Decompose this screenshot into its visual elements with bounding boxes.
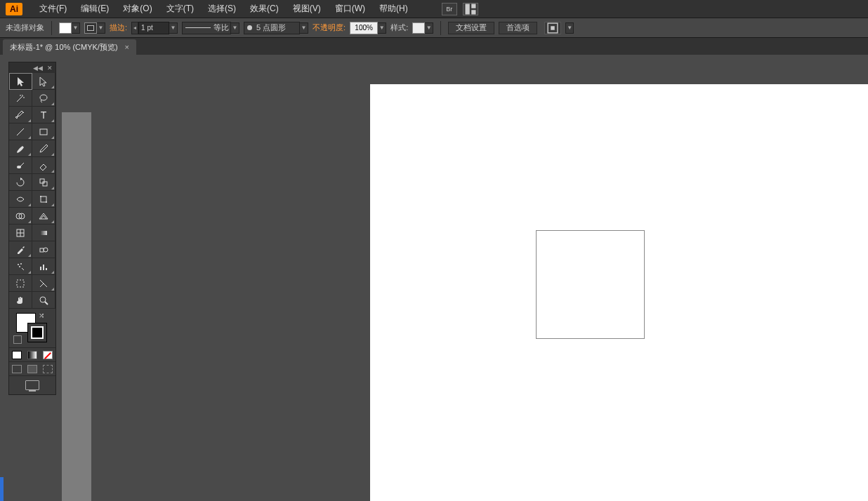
control-bar: 未选择对象 ▼ ▼ 描边: ◂ ▼ 等比 ▼ 5 点圆形 ▼ 不透明度: ▼ 样… [0,18,868,38]
chevron-down-icon: ▼ [231,22,239,34]
svg-text:T: T [41,109,47,121]
eraser-tool[interactable] [32,157,55,174]
width-tool[interactable] [9,191,32,208]
svg-rect-26 [40,267,41,270]
document-setup-button[interactable]: 文档设置 [448,22,494,34]
canvas[interactable] [93,58,868,501]
magic-wand-tool[interactable] [9,90,32,107]
collapse-icon[interactable]: ◀◀ [33,65,43,72]
stroke-weight-input[interactable]: ◂ ▼ [131,22,178,34]
rotate-tool[interactable] [9,174,32,191]
pen-tool[interactable] [9,107,32,123]
mesh-tool[interactable] [9,225,32,241]
svg-rect-8 [40,129,47,135]
screen-mode-button[interactable] [9,376,55,394]
svg-point-23 [18,264,19,265]
menu-object[interactable]: 对象(O) [116,0,159,18]
svg-point-25 [19,266,20,267]
eyedropper-tool[interactable] [9,241,32,258]
shape-builder-tool[interactable] [9,208,32,225]
swap-fill-stroke-icon[interactable]: ⤭ [39,312,44,319]
column-graph-tool[interactable] [32,258,55,275]
stroke-color-box[interactable] [27,323,47,342]
close-icon[interactable]: ✕ [47,65,53,72]
menu-type[interactable]: 文字(T) [159,0,201,18]
menu-view[interactable]: 视图(V) [286,0,328,18]
graphic-style-picker[interactable]: ▼ [412,22,433,34]
menu-effect[interactable]: 效果(C) [243,0,286,18]
menu-select[interactable]: 选择(S) [201,0,243,18]
menu-help[interactable]: 帮助(H) [372,0,415,18]
hand-tool[interactable] [9,292,32,309]
blend-tool[interactable] [32,241,55,258]
free-transform-tool[interactable] [32,191,55,208]
opacity-input[interactable]: ▼ [350,22,386,34]
document-tab[interactable]: 未标题-1* @ 10% (CMYK/预览) × [3,39,136,55]
color-solid-button[interactable] [9,348,25,361]
artboard-tool[interactable] [9,275,32,292]
svg-rect-4 [551,26,555,30]
bridge-icon[interactable]: Br [442,3,457,15]
selection-tool[interactable] [9,73,32,90]
direct-selection-tool[interactable] [32,73,55,90]
opacity-field[interactable] [350,22,378,34]
stroke-swatch-icon [84,22,97,34]
stroke-weight-field[interactable] [138,22,169,34]
fill-stroke-control[interactable]: ⤭ [9,309,55,348]
svg-point-30 [40,297,46,302]
chevron-down-icon[interactable]: ▼ [565,22,574,34]
perspective-grid-tool[interactable] [32,208,55,225]
menu-edit[interactable]: 编辑(E) [74,0,116,18]
fill-swatch-icon [59,22,72,34]
svg-point-22 [44,248,48,252]
align-to-icon[interactable] [544,22,561,34]
svg-rect-28 [46,268,47,270]
gradient-icon [27,351,37,359]
screen-mode-icon [25,380,39,390]
blob-brush-tool[interactable] [9,157,32,174]
color-none-button[interactable] [40,348,55,361]
selection-status: 未选择对象 [6,22,44,33]
type-tool[interactable]: T [32,107,55,123]
paintbrush-tool[interactable] [9,140,32,157]
chevron-down-icon[interactable]: ▼ [169,22,178,34]
fill-color-picker[interactable]: ▼ [59,22,80,34]
stroke-label[interactable]: 描边: [110,22,127,33]
symbol-sprayer-tool[interactable] [9,258,32,275]
zoom-tool[interactable] [32,292,55,309]
brush-dot-icon [247,25,252,30]
svg-rect-2 [471,10,475,14]
tools-panel-header[interactable]: ◀◀ ✕ [9,62,55,73]
menu-file[interactable]: 文件(F) [32,0,74,18]
default-fill-stroke-icon[interactable] [13,335,22,344]
rectangle-tool[interactable] [32,123,55,140]
gradient-tool[interactable] [32,225,55,241]
slice-tool[interactable] [32,275,55,292]
lasso-tool[interactable] [32,90,55,107]
close-icon[interactable]: × [125,43,129,51]
arrange-documents-icon[interactable] [463,3,478,15]
svg-point-5 [40,95,47,100]
document-tab-title: 未标题-1* @ 10% (CMYK/预览) [10,42,118,53]
brush-definition-picker[interactable]: 5 点圆形 ▼ [244,22,308,34]
pencil-tool[interactable] [32,140,55,157]
stroke-profile-picker[interactable]: 等比 ▼ [182,22,239,34]
draw-normal-button[interactable] [9,362,25,375]
scale-tool[interactable] [32,174,55,191]
opacity-label[interactable]: 不透明度: [313,22,346,33]
draw-behind-button[interactable] [25,362,40,375]
svg-rect-1 [471,4,475,8]
color-gradient-button[interactable] [25,348,40,361]
stepper-icon[interactable]: ◂ [131,22,138,34]
draw-inside-button[interactable] [40,362,55,375]
profile-line-icon [185,27,211,28]
svg-point-14 [46,201,47,203]
preferences-button[interactable]: 首选项 [499,22,537,34]
chevron-down-icon: ▼ [97,22,105,34]
menu-window[interactable]: 窗口(W) [328,0,372,18]
brush-label: 5 点圆形 [256,22,286,33]
stroke-color-picker[interactable]: ▼ [84,22,105,34]
line-segment-tool[interactable] [9,123,32,140]
svg-point-13 [40,196,41,197]
artboard-rectangle[interactable] [536,230,645,339]
